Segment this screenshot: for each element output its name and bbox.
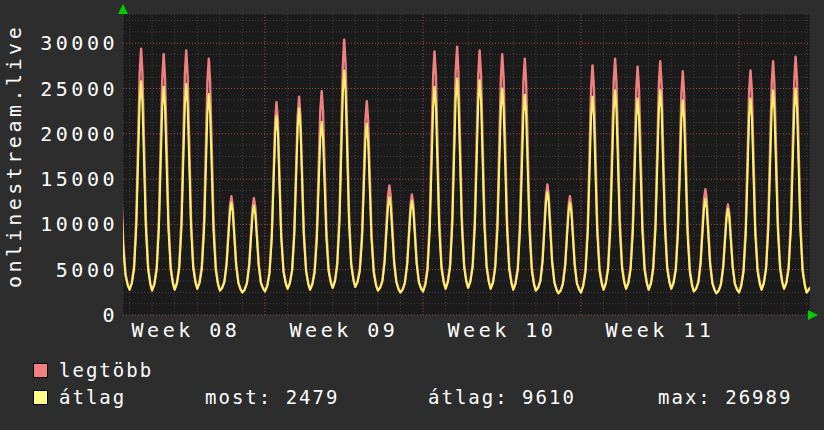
y-tick-label: 5000 — [0, 259, 118, 281]
axis-arrow-right-icon — [808, 310, 818, 320]
stat-max: max: 26989 — [658, 386, 792, 408]
legend-label-atlag: átlag — [59, 386, 126, 408]
x-tick-label: Week 09 — [264, 319, 424, 341]
x-tick-label: Week 08 — [106, 319, 266, 341]
stat-atlag: átlag: 9610 — [428, 386, 576, 408]
y-tick-label: 30000 — [0, 32, 118, 54]
y-tick-label: 25000 — [0, 78, 118, 100]
axis-arrow-up-icon — [118, 4, 128, 14]
y-tick-label: 15000 — [0, 168, 118, 190]
x-tick-label: Week 10 — [422, 319, 582, 341]
legend-swatch-legtobb — [33, 363, 48, 378]
legend-label-legtobb: legtöbb — [59, 359, 153, 381]
stat-most: most: 2479 — [205, 386, 339, 408]
rrd-graph-panel: onlinestream.live 0500010000150002000025… — [0, 0, 824, 430]
x-tick-label: Week 11 — [580, 319, 740, 341]
y-tick-label: 20000 — [0, 123, 118, 145]
y-tick-label: 10000 — [0, 213, 118, 235]
y-tick-label: 0 — [0, 304, 118, 326]
legend-swatch-atlag — [33, 390, 48, 405]
